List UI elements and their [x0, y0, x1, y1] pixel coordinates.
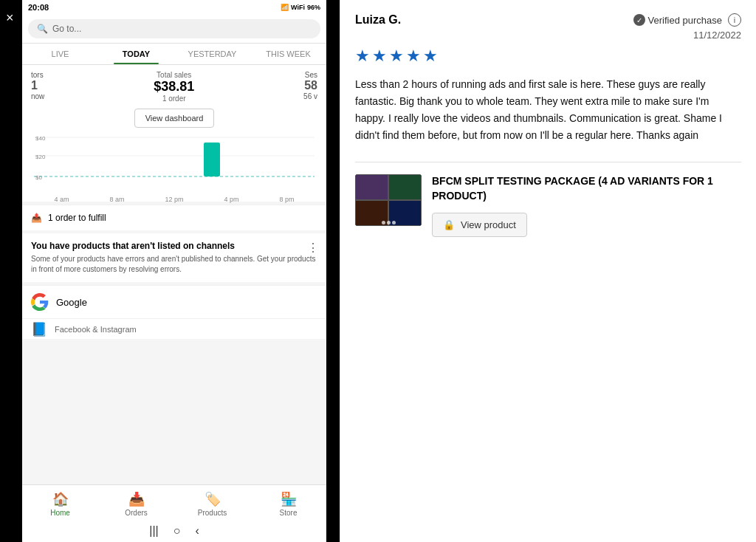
- warning-menu-icon[interactable]: ⋮: [307, 241, 319, 255]
- stars-row: ★ ★ ★ ★ ★: [355, 47, 741, 66]
- metric-sales: Total sales $38.81 1 order: [154, 71, 194, 103]
- thumb-overlay: [355, 221, 422, 224]
- review-text: Less than 2 hours of running ads and fir…: [355, 76, 741, 144]
- phone-right-bar: [326, 0, 340, 542]
- facebook-icon: 📘: [31, 321, 47, 337]
- sales-sub: 1 order: [154, 95, 194, 103]
- nav-products[interactable]: 🏷️ Products: [174, 488, 250, 520]
- product-card: BFCM SPLIT TESTING PACKAGE (4 AD VARIANT…: [355, 174, 741, 236]
- sales-label: Total sales: [154, 71, 194, 79]
- wifi-icon: WiFi: [291, 4, 305, 11]
- chart-area: $40 $20 $0 4 am 8 am 12 pm 4 pm 8 pm: [31, 134, 317, 193]
- verified-badge: ✓ Verified purchase: [633, 14, 722, 26]
- search-icon: 🔍: [37, 24, 48, 34]
- tab-this-week[interactable]: THIS WEEK: [250, 44, 326, 64]
- verified-label: Verified purchase: [648, 15, 722, 26]
- chart-label-12pm: 12 pm: [165, 196, 183, 203]
- reviewer-name: Luiza G.: [355, 13, 401, 27]
- tabs-row: LIVE TODAY YESTERDAY THIS WEEK: [22, 44, 326, 65]
- status-time: 20:08: [28, 3, 49, 12]
- order-fulfill-icon: 📤: [31, 213, 42, 223]
- phone-content: 20:08 📶 WiFi 96% 🔍 Go to... LIVE TODAY: [22, 0, 326, 542]
- phone-panel: 20:08 📶 WiFi 96% 🔍 Go to... LIVE TODAY: [0, 0, 340, 542]
- chart-label-4pm: 4 pm: [224, 196, 238, 203]
- visitors-value: 1: [31, 79, 44, 92]
- review-meta: ✓ Verified purchase i 11/12/2022: [633, 13, 741, 41]
- chart-labels: 4 am 8 am 12 pm 4 pm 8 pm: [31, 196, 317, 203]
- thumb-1: [355, 174, 388, 200]
- warning-text: Some of your products have errors and ar…: [31, 254, 317, 275]
- thumb-2: [388, 174, 422, 200]
- visitors-sub: now: [31, 92, 44, 100]
- product-thumbnail: [355, 174, 422, 226]
- review-header: Luiza G. ✓ Verified purchase i 11/12/202…: [355, 13, 741, 41]
- google-channel-name: Google: [56, 297, 87, 308]
- sales-value: $38.81: [154, 79, 194, 95]
- nav-gesture: ||| ○ ‹: [22, 521, 326, 542]
- star-1: ★: [355, 47, 370, 66]
- chart-label-4am: 4 am: [54, 196, 69, 203]
- verified-row: ✓ Verified purchase i: [633, 13, 741, 27]
- home-gesture[interactable]: ○: [173, 524, 181, 538]
- products-icon: 🏷️: [205, 491, 221, 507]
- svg-text:$40: $40: [35, 135, 46, 142]
- close-button[interactable]: ×: [6, 10, 14, 26]
- product-info: BFCM SPLIT TESTING PACKAGE (4 AD VARIANT…: [432, 174, 741, 236]
- svg-rect-3: [204, 143, 220, 176]
- divider: [355, 162, 741, 162]
- metric-sessions: Ses 58 56 v: [303, 71, 317, 100]
- channel-facebook[interactable]: 📘 Facebook & Instagram: [22, 318, 326, 339]
- visitors-label: tors: [31, 71, 44, 79]
- tab-yesterday[interactable]: YESTERDAY: [174, 44, 250, 64]
- nav-products-label: Products: [198, 509, 227, 517]
- status-bar: 20:08 📶 WiFi 96%: [22, 0, 326, 15]
- lock-icon: 🔒: [443, 219, 455, 230]
- order-fulfill[interactable]: 📤 1 order to fulfill: [22, 205, 326, 230]
- nav-items: 🏠 Home 📥 Orders 🏷️ Products 🏪 Store: [22, 485, 326, 521]
- thumb-dot-3: [392, 221, 396, 224]
- chart-label-8pm: 8 pm: [279, 196, 294, 203]
- facebook-channel-name: Facebook & Instagram: [55, 325, 137, 334]
- google-icon: [31, 293, 49, 311]
- store-icon: 🏪: [281, 491, 297, 507]
- bottom-nav: 🏠 Home 📥 Orders 🏷️ Products 🏪 Store |||: [22, 484, 326, 542]
- nav-home[interactable]: 🏠 Home: [22, 488, 98, 520]
- metric-visitors: tors 1 now: [31, 71, 44, 100]
- search-placeholder: Go to...: [52, 24, 81, 34]
- view-product-button[interactable]: 🔒 View product: [432, 213, 527, 237]
- thumb-dot-2: [387, 221, 391, 224]
- sessions-value: 58: [303, 79, 317, 92]
- phone-left-bar: [0, 0, 22, 542]
- signal-icon: 📶: [281, 4, 289, 11]
- star-5: ★: [423, 47, 438, 66]
- review-date: 11/12/2022: [633, 30, 741, 41]
- battery-icon: 96%: [307, 4, 320, 11]
- view-product-label: View product: [461, 219, 516, 230]
- svg-text:$0: $0: [35, 174, 42, 181]
- nav-orders[interactable]: 📥 Orders: [98, 488, 174, 520]
- thumb-dot-1: [382, 221, 385, 224]
- search-bar: 🔍 Go to...: [22, 15, 326, 44]
- metrics-row: tors 1 now Total sales $38.81 1 order Se…: [31, 71, 317, 103]
- status-icons: 📶 WiFi 96%: [281, 4, 320, 11]
- back-gesture[interactable]: |||: [149, 524, 158, 538]
- orders-icon: 📥: [128, 491, 145, 507]
- search-input-box[interactable]: 🔍 Go to...: [28, 19, 320, 38]
- nav-store-label: Store: [280, 509, 298, 517]
- star-4: ★: [406, 47, 421, 66]
- order-fulfill-text: 1 order to fulfill: [48, 213, 106, 223]
- sessions-sub: 56 v: [303, 92, 317, 100]
- channel-google[interactable]: Google: [22, 285, 326, 318]
- tab-today[interactable]: TODAY: [98, 44, 174, 64]
- star-3: ★: [389, 47, 404, 66]
- recents-gesture[interactable]: ‹: [195, 524, 199, 538]
- product-title: BFCM SPLIT TESTING PACKAGE (4 AD VARIANT…: [432, 174, 741, 203]
- home-icon: 🏠: [52, 491, 69, 507]
- nav-orders-label: Orders: [125, 509, 148, 517]
- nav-store[interactable]: 🏪 Store: [250, 488, 326, 520]
- tab-live[interactable]: LIVE: [22, 44, 98, 64]
- view-dashboard-button[interactable]: View dashboard: [134, 109, 215, 128]
- dashboard-content: tors 1 now Total sales $38.81 1 order Se…: [22, 65, 326, 202]
- verified-check-icon: ✓: [633, 14, 645, 26]
- info-icon[interactable]: i: [728, 13, 741, 27]
